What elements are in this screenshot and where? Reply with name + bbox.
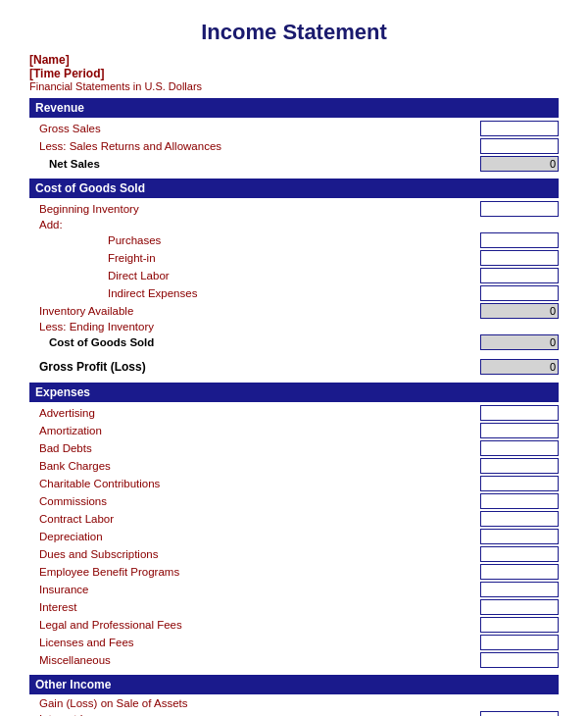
contract-labor-label: Contract Labor: [29, 513, 480, 525]
employee-benefits-row: Employee Benefit Programs: [29, 563, 559, 581]
contract-labor-input[interactable]: [480, 511, 559, 527]
contract-labor-row: Contract Labor: [29, 510, 559, 528]
gross-sales-row: Gross Sales: [29, 120, 559, 137]
freight-label: Freight-in: [29, 252, 480, 264]
gross-sales-input[interactable]: [480, 121, 559, 136]
purchases-row: Purchases: [29, 231, 559, 249]
other-income-header: Other Income: [29, 675, 559, 694]
net-sales-row: Net Sales: [29, 155, 559, 173]
licenses-row: Licenses and Fees: [29, 634, 559, 651]
add-label: Add:: [29, 219, 480, 230]
charitable-row: Charitable Contributions: [29, 475, 559, 492]
meta-currency: Financial Statements in U.S. Dollars: [29, 80, 559, 92]
legal-label: Legal and Professional Fees: [29, 619, 480, 631]
interest-income-row: Interest Income: [29, 710, 559, 716]
miscellaneous-row: Miscellaneous: [29, 651, 559, 669]
cogs-total-input[interactable]: [480, 334, 559, 350]
bad-debts-label: Bad Debts: [29, 442, 480, 454]
gain-loss-label: Gain (Loss) on Sale of Assets: [29, 697, 480, 709]
inventory-available-row: Inventory Available: [29, 302, 559, 320]
commissions-label: Commissions: [29, 495, 480, 507]
employee-benefits-label: Employee Benefit Programs: [29, 566, 480, 578]
inventory-available-label: Inventory Available: [29, 305, 480, 317]
insurance-label: Insurance: [29, 584, 480, 595]
advertising-row: Advertising: [29, 404, 559, 422]
legal-row: Legal and Professional Fees: [29, 616, 559, 634]
insurance-input[interactable]: [480, 582, 559, 597]
indirect-expenses-label: Indirect Expenses: [29, 287, 480, 299]
meta-name: [Name]: [29, 53, 559, 67]
miscellaneous-input[interactable]: [480, 652, 559, 668]
licenses-label: Licenses and Fees: [29, 637, 480, 648]
dues-row: Dues and Subscriptions: [29, 545, 559, 563]
depreciation-label: Depreciation: [29, 531, 480, 542]
dues-input[interactable]: [480, 546, 559, 562]
commissions-input[interactable]: [480, 493, 559, 509]
beginning-inventory-row: Beginning Inventory: [29, 200, 559, 218]
indirect-expenses-row: Indirect Expenses: [29, 284, 559, 302]
direct-labor-label: Direct Labor: [29, 270, 480, 281]
miscellaneous-label: Miscellaneous: [29, 654, 480, 666]
bank-charges-input[interactable]: [480, 458, 559, 474]
direct-labor-row: Direct Labor: [29, 267, 559, 284]
sales-returns-label: Less: Sales Returns and Allowances: [29, 140, 480, 152]
legal-input[interactable]: [480, 617, 559, 633]
bank-charges-label: Bank Charges: [29, 460, 480, 472]
advertising-input[interactable]: [480, 405, 559, 421]
employee-benefits-input[interactable]: [480, 564, 559, 580]
interest-label: Interest: [29, 601, 480, 613]
beginning-inventory-label: Beginning Inventory: [29, 203, 480, 215]
commissions-row: Commissions: [29, 492, 559, 510]
bad-debts-input[interactable]: [480, 440, 559, 456]
amortization-label: Amortization: [29, 425, 480, 436]
add-row: Add:: [29, 218, 559, 231]
freight-row: Freight-in: [29, 249, 559, 267]
ending-inventory-row: Less: Ending Inventory: [29, 320, 559, 333]
revenue-header: Revenue: [29, 98, 559, 118]
net-sales-label: Net Sales: [29, 158, 480, 170]
sales-returns-input[interactable]: [480, 138, 559, 154]
cogs-total-row: Cost of Goods Sold: [29, 333, 559, 351]
interest-row: Interest: [29, 598, 559, 616]
gross-profit-label: Gross Profit (Loss): [29, 360, 146, 374]
freight-input[interactable]: [480, 250, 559, 266]
licenses-input[interactable]: [480, 635, 559, 650]
cogs-header: Cost of Goods Sold: [29, 179, 559, 198]
depreciation-input[interactable]: [480, 529, 559, 544]
bank-charges-row: Bank Charges: [29, 457, 559, 475]
ending-inventory-label: Less: Ending Inventory: [29, 321, 480, 332]
insurance-row: Insurance: [29, 581, 559, 598]
gain-loss-row: Gain (Loss) on Sale of Assets: [29, 696, 559, 710]
interest-input[interactable]: [480, 599, 559, 615]
sales-returns-row: Less: Sales Returns and Allowances: [29, 137, 559, 155]
page-title: Income Statement: [29, 20, 559, 45]
meta-period: [Time Period]: [29, 67, 559, 80]
beginning-inventory-input[interactable]: [480, 201, 559, 217]
inventory-available-input[interactable]: [480, 303, 559, 319]
cogs-total-label: Cost of Goods Sold: [29, 336, 480, 348]
interest-income-input[interactable]: [480, 711, 559, 716]
net-sales-input[interactable]: [480, 156, 559, 172]
gross-sales-label: Gross Sales: [29, 123, 480, 134]
advertising-label: Advertising: [29, 407, 480, 419]
purchases-input[interactable]: [480, 232, 559, 248]
amortization-row: Amortization: [29, 422, 559, 439]
amortization-input[interactable]: [480, 423, 559, 438]
charitable-label: Charitable Contributions: [29, 478, 480, 489]
expenses-header: Expenses: [29, 383, 559, 402]
charitable-input[interactable]: [480, 476, 559, 491]
purchases-label: Purchases: [29, 234, 480, 246]
bad-debts-row: Bad Debts: [29, 439, 559, 457]
direct-labor-input[interactable]: [480, 268, 559, 283]
gross-profit-row: Gross Profit (Loss): [29, 357, 559, 377]
gross-profit-input[interactable]: [480, 359, 559, 375]
indirect-expenses-input[interactable]: [480, 285, 559, 301]
dues-label: Dues and Subscriptions: [29, 548, 480, 560]
depreciation-row: Depreciation: [29, 528, 559, 545]
